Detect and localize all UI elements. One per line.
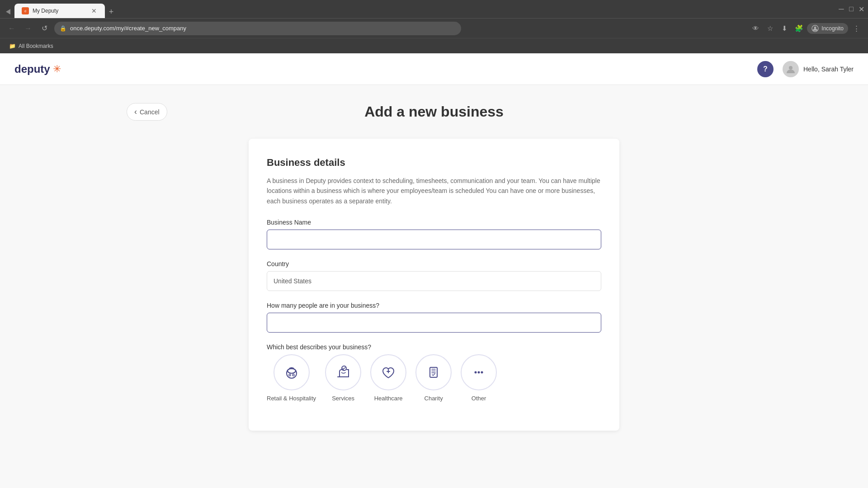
- active-tab[interactable]: d My Deputy ✕: [14, 4, 105, 18]
- country-label: Country: [267, 260, 601, 267]
- svg-point-8: [289, 374, 291, 376]
- svg-point-9: [292, 374, 294, 376]
- extension-icon[interactable]: 🧩: [793, 22, 805, 35]
- bookmarks-folder-icon: 📁: [9, 43, 16, 49]
- new-tab-button[interactable]: +: [105, 5, 118, 18]
- browser-nav-prev[interactable]: [4, 5, 13, 18]
- avatar: [783, 61, 799, 77]
- close-window-button[interactable]: ✕: [858, 6, 864, 12]
- business-type-charity[interactable]: Charity: [415, 354, 452, 402]
- incognito-badge: Incognito: [807, 23, 848, 34]
- browser-title-bar: d My Deputy ✕ + ─ □ ✕: [0, 0, 868, 18]
- header-right: ? Hello, Sarah Tyler: [757, 61, 854, 77]
- maximize-button[interactable]: □: [848, 6, 854, 12]
- business-name-group: Business Name: [267, 219, 601, 249]
- section-title: Business details: [267, 157, 601, 169]
- svg-point-5: [789, 66, 793, 70]
- app-header: deputy ✳ ? Hello, Sarah Tyler: [0, 53, 868, 85]
- url-input[interactable]: [70, 25, 456, 32]
- browser-toolbar: ← → ↺ 🔒 👁 ☆ ⬇ 🧩 Incognito ⋮: [0, 18, 868, 38]
- charity-label: Charity: [425, 395, 443, 402]
- help-button[interactable]: ?: [757, 61, 774, 77]
- business-type-other[interactable]: Other: [461, 354, 497, 402]
- business-type-services[interactable]: Services: [325, 354, 361, 402]
- retail-label: Retail & Hospitality: [267, 395, 316, 402]
- toolbar-actions: 👁 ☆ ⬇ 🧩 Incognito ⋮: [749, 22, 863, 35]
- deputy-logo: deputy ✳: [14, 63, 61, 75]
- other-label: Other: [472, 395, 486, 402]
- business-name-label: Business Name: [267, 219, 601, 226]
- bookmark-icon[interactable]: ☆: [764, 22, 776, 35]
- headcount-group: How many people are in your business?: [267, 302, 601, 333]
- chevron-left-icon: [134, 107, 137, 117]
- svg-point-13: [478, 371, 480, 374]
- country-input[interactable]: [267, 271, 601, 291]
- svg-text:d: d: [24, 9, 26, 13]
- page-title: Add a new business: [364, 103, 504, 120]
- healthcare-label: Healthcare: [374, 395, 403, 402]
- menu-icon[interactable]: ⋮: [850, 22, 863, 35]
- business-type-grid: Retail & Hospitality: [267, 354, 601, 402]
- bookmarks-bar-item-all[interactable]: 📁 All Bookmarks: [5, 41, 57, 51]
- business-type-healthcare[interactable]: Healthcare: [370, 354, 406, 402]
- page-header: Cancel Add a new business: [127, 103, 741, 121]
- svg-point-12: [475, 371, 477, 374]
- headcount-input[interactable]: [267, 313, 601, 333]
- back-button[interactable]: ←: [5, 22, 18, 35]
- browser-chrome: d My Deputy ✕ + ─ □ ✕ ← → ↺ 🔒 👁 ☆ ⬇ 🧩: [0, 0, 868, 53]
- page-container: Cancel Add a new business Business detai…: [118, 85, 750, 449]
- other-icon-circle: [461, 354, 497, 390]
- svg-point-14: [481, 371, 483, 374]
- headcount-label: How many people are in your business?: [267, 302, 601, 309]
- services-icon-circle: [325, 354, 361, 390]
- logo-asterisk: ✳: [53, 63, 61, 75]
- business-type-retail[interactable]: Retail & Hospitality: [267, 354, 316, 402]
- bookmarks-bar-label: All Bookmarks: [19, 43, 53, 49]
- tab-favicon: d: [22, 7, 29, 14]
- healthcare-icon-circle: [370, 354, 406, 390]
- app-wrapper: deputy ✳ ? Hello, Sarah Tyler Cancel Add…: [0, 53, 868, 488]
- user-info[interactable]: Hello, Sarah Tyler: [783, 61, 854, 77]
- cancel-label: Cancel: [140, 108, 160, 116]
- user-greeting: Hello, Sarah Tyler: [803, 66, 854, 73]
- form-card: Business details A business in Deputy pr…: [249, 139, 619, 431]
- tab-title: My Deputy: [33, 8, 87, 14]
- cancel-button[interactable]: Cancel: [127, 103, 167, 121]
- business-name-input[interactable]: [267, 230, 601, 249]
- charity-icon-circle: [415, 354, 452, 390]
- reload-button[interactable]: ↺: [38, 22, 51, 35]
- minimize-button[interactable]: ─: [838, 6, 844, 12]
- forward-button[interactable]: →: [22, 22, 34, 35]
- business-type-group: Which best describes your business?: [267, 343, 601, 402]
- services-label: Services: [332, 395, 354, 402]
- country-group: Country: [267, 260, 601, 291]
- tab-close-button[interactable]: ✕: [90, 7, 98, 14]
- section-description: A business in Deputy provides context to…: [267, 176, 601, 206]
- retail-icon-circle: [274, 354, 310, 390]
- eye-slash-icon[interactable]: 👁: [749, 22, 762, 35]
- logo-text: deputy: [14, 63, 50, 75]
- incognito-label: Incognito: [821, 25, 844, 32]
- bookmarks-bar: 📁 All Bookmarks: [0, 38, 868, 53]
- tab-area: d My Deputy ✕ +: [4, 0, 836, 18]
- download-icon[interactable]: ⬇: [778, 22, 791, 35]
- svg-marker-0: [6, 9, 10, 14]
- main-content: Cancel Add a new business Business detai…: [0, 85, 868, 488]
- svg-point-4: [814, 26, 816, 28]
- business-type-label: Which best describes your business?: [267, 343, 601, 351]
- window-controls: ─ □ ✕: [838, 6, 864, 12]
- lock-icon: 🔒: [60, 25, 66, 32]
- address-bar[interactable]: 🔒: [54, 22, 461, 35]
